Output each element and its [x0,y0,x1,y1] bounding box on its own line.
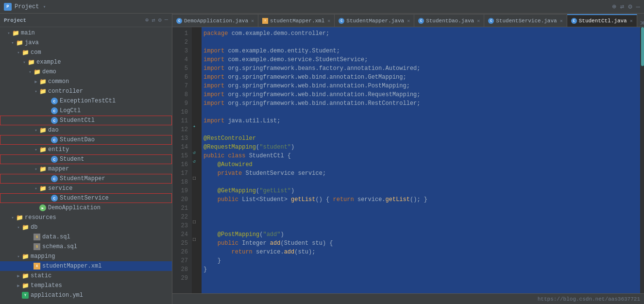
code-editor[interactable]: package com.example.demo.controller; imp… [202,27,640,293]
tab-close-button[interactable]: ✕ [630,18,633,24]
folder-icon: 📁 [39,78,47,85]
expand-arrow: ▾ [27,67,33,77]
java-class-icon: C [51,175,58,183]
java-class-icon: C [51,136,58,144]
tree-label: Student [60,156,84,163]
tab-close-button[interactable]: ✕ [327,18,330,24]
tree-item-application-yml[interactable]: ▶ Y application.yml [0,290,172,300]
code-line-17: private StudentService service; [203,169,640,178]
tab-studentdao-java[interactable]: C StudentDao.java ✕ [414,14,484,27]
tab-close-button[interactable]: ✕ [407,18,410,24]
tree-item-dao[interactable]: ▾ 📁 dao [0,125,172,135]
tab-overflow-button[interactable]: ≫ [637,19,644,27]
code-line-10 [203,108,640,117]
tab-close-button[interactable]: ✕ [560,18,563,24]
tree-item-mapper[interactable]: ▾ 📁 mapper [0,164,172,174]
tree-label: StudentService [60,195,109,202]
tab-close-button[interactable]: ✕ [251,18,254,24]
new-window-icon[interactable]: ⊕ [612,2,616,11]
gutter-annotation-icon-16: ↺ [193,158,196,164]
tree-item-exceptiontestctl[interactable]: ▶ C ExceptionTestCtl [0,96,172,106]
code-line-20: public List<Student> getList() { return … [203,195,640,204]
tab-java-icon: C [571,18,577,24]
tree-item-mapping[interactable]: ▾ 📁 mapping [0,252,172,261]
tree-item-studentmapper[interactable]: ▶ C StudentMapper [0,174,172,184]
code-line-7: import org.springframework.web.bind.anno… [203,82,640,90]
tree-item-studentservice[interactable]: ▶ C StudentService [0,193,172,203]
tab-studentservice-java[interactable]: C StudentService.java ✕ [484,14,567,27]
line-numbers: 12345 678910 1112131415 1617181920 21222… [172,27,192,293]
tree-label: main [21,30,35,36]
sql-icon: S [33,233,41,241]
sidebar-minimize-icon[interactable]: — [165,17,168,24]
title-bar-left: P Project ▾ [4,3,47,11]
tree-item-service[interactable]: ▾ 📁 service [0,184,172,193]
expand-arrow: ▾ [33,86,39,96]
expand-arrow: ▶ [16,281,21,290]
tree-item-studentmapper-xml[interactable]: ▶ X studentMapper.xml [0,261,172,271]
expand-arrow: ▶ [16,271,21,281]
tree-label: StudentDao [60,136,95,143]
tree-item-com[interactable]: ▾ 📁 com [0,48,172,57]
tab-demoapplication[interactable]: C DemoApplication.java ✕ [172,14,258,27]
tree-item-schema-sql[interactable]: ▶ S schema.sql [0,242,172,252]
tree-item-studentctl[interactable]: ▶ C StudentCtl [0,116,172,125]
tree-label: demo [42,68,56,75]
tree-label: mapping [31,253,55,260]
code-line-18 [203,178,640,186]
tree-item-controller[interactable]: ▾ 📁 controller [0,86,172,96]
tree-item-studentdao[interactable]: ▶ C StudentDao [0,135,172,145]
sidebar-split-icon[interactable]: ⇄ [152,17,155,24]
tree-item-templates[interactable]: ▶ 📁 templates [0,281,172,290]
expand-arrow: ▾ [33,145,39,154]
gutter-collapse-icon-20: □ [193,176,196,181]
tab-studentmapper-java[interactable]: C StudentMapper.java ✕ [335,14,414,27]
tree-label: schema.sql [42,243,77,250]
code-line-8: import org.springframework.web.bind.anno… [203,90,640,99]
tree-item-logctl[interactable]: ▶ C LogCtl [0,106,172,116]
tree-label: mapper [48,166,69,172]
folder-icon: 📁 [12,29,19,37]
java-class-icon: C [51,107,58,115]
status-bar: https://blog.csdn.net/aas3637721 [172,293,644,304]
tree-item-demoapplication[interactable]: ▶ ▶ DemoApplication [0,203,172,213]
gutter-collapse-icon-25: □ [193,220,196,225]
gutter-annotation-icon-15: ↺ [193,150,196,155]
minimize-icon[interactable]: — [636,3,640,11]
expand-arrow: ▾ [33,164,39,174]
settings-icon[interactable]: ⚙ [628,2,632,11]
main-layout: Project ⊕ ⇄ ⚙ — ▾ 📁 main ▾ 📁 java [0,14,644,304]
folder-icon: 📁 [39,87,47,95]
code-container: 12345 678910 1112131415 1617181920 21222… [172,27,644,293]
scrollbar-thumb[interactable] [641,27,644,66]
tree-item-java[interactable]: ▾ 📁 java [0,38,172,48]
tree-item-common[interactable]: ▶ 📁 common [0,77,172,86]
code-line-4: import com.example.demo.service.StudentS… [203,55,640,64]
sidebar: Project ⊕ ⇄ ⚙ — ▾ 📁 main ▾ 📁 java [0,14,172,304]
code-line-2 [203,38,640,47]
tree-item-data-sql[interactable]: ▶ S data.sql [0,232,172,242]
tree-item-resources[interactable]: ▾ 📁 resources [0,213,172,222]
yaml-icon: Y [21,291,29,299]
tree-item-entity[interactable]: ▾ 📁 entity [0,145,172,154]
tree-item-main[interactable]: ▾ 📁 main [0,28,172,38]
code-line-16: @Autowired [203,160,640,169]
split-icon[interactable]: ⇄ [620,2,624,11]
vertical-scrollbar[interactable] [640,27,644,293]
tab-studentctl-java[interactable]: C StudentCtl.java ✕ [567,14,637,27]
tree-label: StudentMapper [60,175,105,182]
code-line-11: import java.util.List; [203,117,640,125]
tree-item-demo[interactable]: ▾ 📁 demo [0,67,172,77]
tree-item-example[interactable]: ▾ 📁 example [0,57,172,67]
tab-close-button[interactable]: ✕ [477,18,480,24]
tree-item-db[interactable]: ▾ 📁 db [0,222,172,232]
tree-item-student[interactable]: ▶ C Student [0,154,172,164]
tree-label: entity [48,146,69,153]
tab-studentmapper-xml[interactable]: X studentMapper.xml ✕ [258,14,335,27]
sidebar-settings-icon[interactable]: ⚙ [158,17,162,24]
tab-java-icon: C [488,18,494,24]
tree-item-static[interactable]: ▶ 📁 static [0,271,172,281]
sidebar-new-icon[interactable]: ⊕ [145,17,149,24]
code-line-14: @RequestMapping("student") [203,143,640,152]
tab-java-icon: C [418,18,424,24]
